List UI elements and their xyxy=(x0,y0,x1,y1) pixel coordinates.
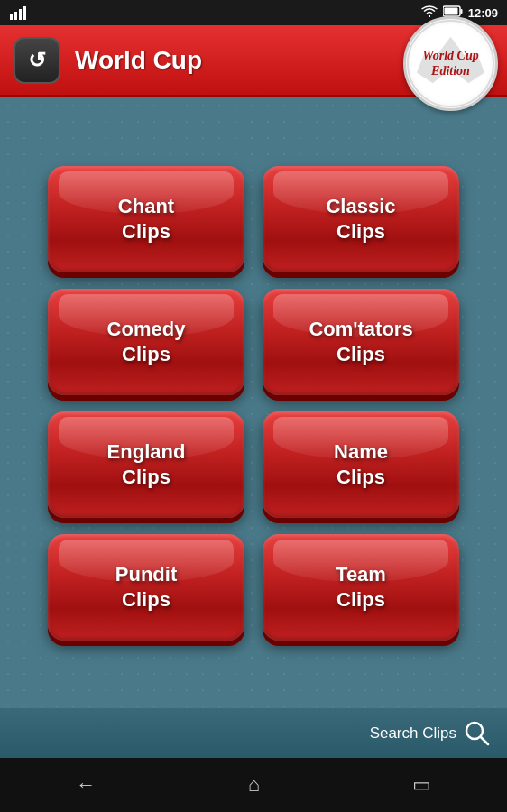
button-row-4: PunditClips TeamClips xyxy=(27,534,480,641)
name-clips-button[interactable]: NameClips xyxy=(263,411,459,518)
comedy-clips-button[interactable]: ComedyClips xyxy=(48,289,244,395)
svg-rect-0 xyxy=(10,14,13,20)
button-row-1: ChantClips ClassicClips xyxy=(27,166,480,272)
svg-rect-5 xyxy=(460,9,462,14)
nav-home-button[interactable]: ⌂ xyxy=(230,766,278,804)
app-header: ↺ World Cup World Cup Edition xyxy=(0,25,507,97)
team-clips-label: TeamClips xyxy=(336,562,386,612)
england-clips-label: EnglandClips xyxy=(107,439,186,489)
chant-clips-label: ChantClips xyxy=(118,194,174,244)
pundit-clips-button[interactable]: PunditClips xyxy=(48,534,244,641)
back-button[interactable]: ↺ xyxy=(14,37,60,84)
main-content: ChantClips ClassicClips ComedyClips Com'… xyxy=(0,97,507,708)
nav-back-button[interactable]: ← xyxy=(58,766,114,804)
classic-clips-button[interactable]: ClassicClips xyxy=(263,166,459,272)
app-title: World Cup xyxy=(75,46,202,75)
svg-line-12 xyxy=(481,737,488,744)
svg-rect-6 xyxy=(444,8,457,15)
svg-rect-3 xyxy=(23,6,26,20)
world-cup-badge: World Cup Edition xyxy=(403,16,498,111)
back-icon: ↺ xyxy=(28,48,46,73)
signal-indicators xyxy=(9,5,27,20)
search-label: Search Clips xyxy=(370,724,456,743)
chant-clips-button[interactable]: ChantClips xyxy=(48,166,244,272)
search-icon[interactable] xyxy=(464,720,491,747)
button-row-3: EnglandClips NameClips xyxy=(27,411,480,518)
nav-recent-button[interactable]: ▭ xyxy=(394,766,449,804)
nav-bar: ← ⌂ ▭ xyxy=(0,758,507,812)
name-clips-label: NameClips xyxy=(334,439,388,489)
commentators-clips-button[interactable]: Com'tatorsClips xyxy=(263,289,459,395)
svg-rect-2 xyxy=(19,9,22,20)
team-clips-button[interactable]: TeamClips xyxy=(263,534,459,641)
comedy-clips-label: ComedyClips xyxy=(107,317,186,366)
commentators-clips-label: Com'tatorsClips xyxy=(309,317,412,366)
button-row-2: ComedyClips Com'tatorsClips xyxy=(27,289,480,395)
time-display: 12:09 xyxy=(468,6,498,20)
svg-rect-1 xyxy=(14,12,17,20)
classic-clips-label: ClassicClips xyxy=(326,194,395,244)
search-bar[interactable]: Search Clips xyxy=(0,708,507,758)
england-clips-button[interactable]: EnglandClips xyxy=(48,411,244,518)
pundit-clips-label: PunditClips xyxy=(115,562,177,612)
